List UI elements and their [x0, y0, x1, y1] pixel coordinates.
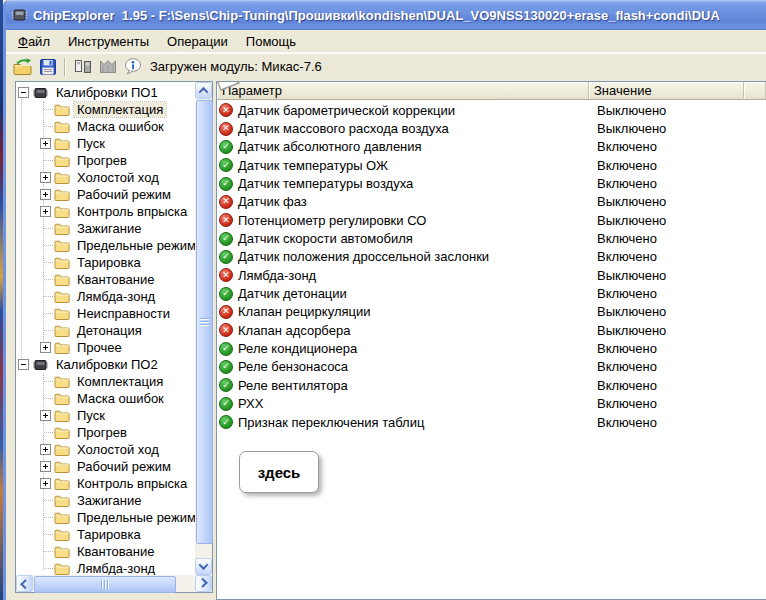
expand-icon[interactable]	[40, 342, 51, 353]
parameter-row[interactable]: ✓Датчик абсолютного давленияВключено	[217, 138, 766, 156]
scroll-down-button[interactable]	[195, 558, 212, 575]
tree-item-label: Зажигание	[74, 221, 144, 236]
save-button[interactable]	[36, 56, 60, 78]
parameter-name: Клапан рециркуляции	[238, 304, 371, 319]
tree-item-label: Контроль впрыска	[74, 204, 190, 219]
parameter-value: Выключено	[589, 121, 744, 136]
tree-item[interactable]: Детонация	[17, 322, 195, 339]
parameter-row[interactable]: ✓Признак переключения таблицВключено	[217, 413, 766, 431]
tree-item[interactable]: Лямбда-зонд	[17, 288, 195, 305]
collapse-icon[interactable]	[18, 359, 29, 370]
parameter-row[interactable]: ✕Клапан рециркуляцииВыключено	[217, 303, 766, 321]
parameter-name: Реле вентилятора	[238, 378, 348, 393]
expand-icon[interactable]	[40, 206, 51, 217]
tree-item[interactable]: Калибровки ПО2	[17, 356, 195, 373]
tree-item-label: Зажигание	[74, 493, 144, 508]
tree-item[interactable]: Контроль впрыска	[17, 475, 195, 492]
tree-item[interactable]: Калибровки ПО1	[17, 84, 195, 101]
menu-tools[interactable]: Инструменты	[59, 32, 158, 51]
tree-item[interactable]: Пуск	[17, 135, 195, 152]
tree-item[interactable]: Зажигание	[17, 492, 195, 509]
chevron-up-icon	[199, 87, 209, 97]
tree-item[interactable]: Прочее	[17, 339, 195, 356]
parameter-row[interactable]: ✕Потенциометр регулировки СОВыключено	[217, 211, 766, 229]
column-header-empty[interactable]	[744, 82, 766, 99]
expand-icon[interactable]	[40, 189, 51, 200]
collapse-icon[interactable]	[18, 87, 29, 98]
parameter-row[interactable]: ✓Реле бензонасосаВключено	[217, 358, 766, 376]
tree-item[interactable]: Предельные режимы (	[17, 237, 195, 254]
folder-icon	[54, 239, 70, 252]
parameter-row[interactable]: ✓Датчик температуры ОЖВключено	[217, 156, 766, 174]
expand-icon[interactable]	[40, 172, 51, 183]
tree-connector-stub	[40, 288, 54, 305]
expand-icon[interactable]	[40, 461, 51, 472]
parameter-row[interactable]: ✓Датчик детонацииВключено	[217, 284, 766, 302]
tree-item-label: Маска ошибок	[74, 119, 167, 134]
menu-help[interactable]: Помощь	[237, 32, 305, 51]
window-title: ChipExplorer 1.95 - F:\Sens\Chip-Tuning\…	[33, 8, 720, 23]
tree-item[interactable]: Пуск	[17, 407, 195, 424]
compare-chips-button[interactable]	[71, 56, 95, 78]
app-chip-icon	[11, 8, 28, 22]
parameter-value: Включено	[589, 176, 744, 191]
parameter-row[interactable]: ✓Реле вентилятораВключено	[217, 376, 766, 394]
parameter-value: Включено	[589, 139, 744, 154]
open-file-button[interactable]	[11, 56, 35, 78]
scroll-left-button[interactable]	[16, 575, 33, 592]
tree-item[interactable]: Контроль впрыска	[17, 203, 195, 220]
tree-item[interactable]: Лямбда-зонд	[17, 560, 195, 575]
tree-item[interactable]: Рабочий режим	[17, 186, 195, 203]
tree-item[interactable]: Тарировка	[17, 526, 195, 543]
tree-item[interactable]: Маска ошибок	[17, 390, 195, 407]
app-window: ChipExplorer 1.95 - F:\Sens\Chip-Tuning\…	[3, 0, 766, 600]
menu-operations[interactable]: Операции	[158, 32, 237, 51]
tree-item[interactable]: Неисправности	[17, 305, 195, 322]
tree-item[interactable]: Маска ошибок	[17, 118, 195, 135]
column-header-value[interactable]: Значение	[589, 82, 744, 99]
tree-item-label: Квантование	[74, 544, 157, 559]
parameter-row[interactable]: ✓Датчик положения дроссельной заслонкиВк…	[217, 248, 766, 266]
parameter-row[interactable]: ✓Реле кондиционераВключено	[217, 339, 766, 357]
horizontal-scroll-thumb[interactable]	[34, 576, 176, 593]
tree-item[interactable]: Предельные режимы (	[17, 509, 195, 526]
scroll-right-button[interactable]	[195, 575, 212, 592]
expand-icon[interactable]	[40, 410, 51, 421]
parameter-row[interactable]: ✕Датчик фазВыключено	[217, 193, 766, 211]
tree-item[interactable]: Прогрев	[17, 424, 195, 441]
expand-icon[interactable]	[40, 444, 51, 455]
status-on-icon: ✓	[219, 360, 233, 374]
vertical-scroll-thumb[interactable]	[196, 100, 213, 544]
tree-item[interactable]: Холостой ход	[17, 169, 195, 186]
tree-vertical-scrollbar[interactable]	[195, 82, 212, 575]
tree-item[interactable]: Тарировка	[17, 254, 195, 271]
tree-item[interactable]: Прогрев	[17, 152, 195, 169]
tree-item[interactable]: Холостой ход	[17, 441, 195, 458]
menu-file[interactable]: Файл	[9, 32, 59, 51]
tree-item[interactable]: Квантование	[17, 543, 195, 560]
parameter-row[interactable]: ✓Датчик скорости автомобиляВключено	[217, 229, 766, 247]
tree-horizontal-scrollbar[interactable]	[16, 575, 212, 592]
titlebar[interactable]: ChipExplorer 1.95 - F:\Sens\Chip-Tuning\…	[6, 0, 766, 30]
parameter-row[interactable]: ✕Датчик барометрической коррекцииВыключе…	[217, 101, 766, 119]
scroll-up-button[interactable]	[195, 82, 212, 99]
parameter-row[interactable]: ✓Датчик температуры воздухаВключено	[217, 174, 766, 192]
parameter-row[interactable]: ✓РХХВключено	[217, 395, 766, 413]
tree-item[interactable]: Рабочий режим	[17, 458, 195, 475]
parameter-row[interactable]: ✕Клапан адсорбераВыключено	[217, 321, 766, 339]
folder-icon	[54, 273, 70, 286]
tree-connector-stub	[40, 560, 54, 575]
folder-icon	[54, 341, 70, 354]
expand-icon[interactable]	[40, 478, 51, 489]
tree-item[interactable]: Комплектация	[17, 373, 195, 390]
tree-item[interactable]: Зажигание	[17, 220, 195, 237]
merge-button[interactable]	[96, 56, 120, 78]
parameter-row[interactable]: ✕Лямбда-зондВыключено	[217, 266, 766, 284]
parameter-row[interactable]: ✕Датчик массового расхода воздухаВыключе…	[217, 119, 766, 137]
tree-item[interactable]: Квантование	[17, 271, 195, 288]
tree-item[interactable]: Комплектация	[17, 101, 195, 118]
column-header-parameter[interactable]: Параметр	[217, 82, 589, 99]
module-info-button[interactable]	[121, 56, 145, 78]
expand-icon[interactable]	[40, 138, 51, 149]
folder-icon	[54, 188, 70, 201]
